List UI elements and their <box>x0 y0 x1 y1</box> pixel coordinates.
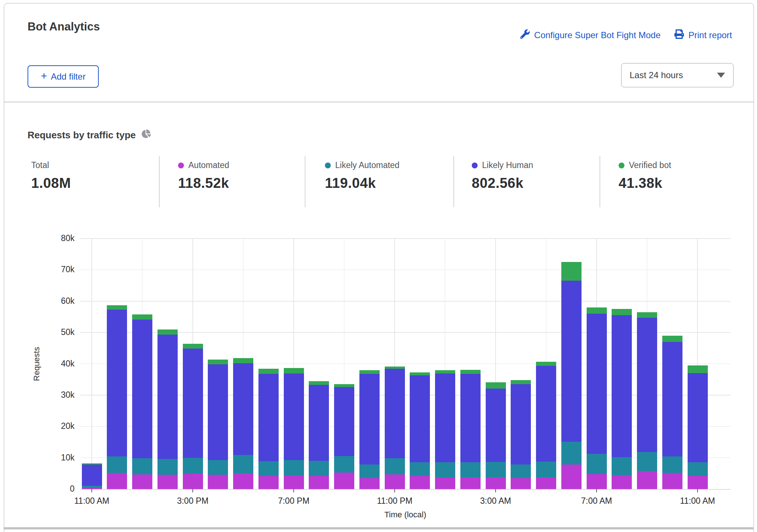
gridline-h <box>80 301 731 302</box>
requests-by-traffic-type-chart: 010k20k30k40k50k60k70k80k11:00 AM3:00 PM… <box>0 0 757 532</box>
gridline-h <box>80 238 731 239</box>
bar-segment-likely-automated <box>688 462 708 476</box>
bar-segment-verified-bot <box>132 314 152 320</box>
bar-segment-verified-bot <box>460 370 481 374</box>
bar-segment-automated <box>486 477 506 489</box>
bar-segment-likely-human <box>662 342 682 456</box>
bar-segment-likely-human <box>208 364 228 460</box>
bar-segment-automated <box>385 474 405 489</box>
y-axis-tick-label: 40k <box>40 359 75 369</box>
next-card-edge <box>4 527 753 529</box>
bar-segment-likely-human <box>435 374 455 462</box>
bar-segment-likely-automated <box>435 462 455 478</box>
bar-segment-automated <box>637 471 657 489</box>
bar-segment-likely-automated <box>662 456 682 473</box>
bar-segment-likely-automated <box>612 457 632 475</box>
bar-segment-automated <box>410 476 430 489</box>
bar-segment-likely-human <box>157 335 178 459</box>
bar-segment-likely-automated <box>107 456 127 473</box>
x-axis-tick-label: 11:00 PM <box>362 496 428 506</box>
bar-segment-verified-bot <box>662 336 682 342</box>
bar-segment-likely-automated <box>258 461 279 476</box>
y-axis-tick-label: 30k <box>40 390 75 400</box>
bar-segment-likely-automated <box>284 460 304 475</box>
bar-segment-verified-bot <box>157 329 178 335</box>
y-axis-tick-label: 0 <box>40 484 75 494</box>
stat-divider <box>159 156 160 207</box>
x-axis-line <box>80 489 731 490</box>
bar-segment-likely-human <box>284 374 304 460</box>
bar-segment-automated <box>460 477 481 489</box>
bar-segment-automated <box>157 475 178 489</box>
bar-segment-automated <box>612 475 632 489</box>
bar-segment-automated <box>662 473 682 489</box>
bar-segment-likely-human <box>486 389 506 462</box>
x-axis-tick-label: 7:00 PM <box>261 496 327 506</box>
bar-segment-likely-human <box>612 315 632 457</box>
bar-segment-likely-automated <box>637 452 657 471</box>
bar-segment-likely-automated <box>385 458 405 474</box>
bar-segment-automated <box>435 478 455 489</box>
bar-segment-verified-bot <box>435 370 455 374</box>
x-axis-title: Time (local) <box>80 510 731 520</box>
stat-divider <box>600 156 600 207</box>
bar-segment-likely-automated <box>486 462 506 478</box>
bar-segment-likely-human <box>460 374 481 462</box>
bar-segment-verified-bot <box>587 307 607 314</box>
y-axis-tick-label: 70k <box>40 265 75 274</box>
bar-segment-automated <box>208 475 228 489</box>
x-axis-tick-mark <box>394 489 395 492</box>
bar-segment-automated <box>309 476 329 489</box>
bar-segment-automated <box>132 474 152 489</box>
bar-segment-likely-human <box>334 387 354 456</box>
bar-segment-likely-human <box>536 366 556 461</box>
bar-segment-likely-human <box>183 349 203 458</box>
bar-segment-verified-bot <box>536 362 556 366</box>
y-axis-tick-label: 60k <box>40 296 75 306</box>
bar-segment-automated <box>233 473 253 489</box>
bar-segment-likely-human <box>511 384 531 464</box>
bar-segment-verified-bot <box>183 344 203 349</box>
x-axis-tick-label: 3:00 AM <box>463 496 529 506</box>
bar-segment-automated <box>511 478 531 489</box>
x-axis-tick-mark <box>596 489 597 492</box>
bar-segment-likely-automated <box>511 464 531 478</box>
stat-divider <box>453 156 454 207</box>
bar-segment-verified-bot <box>107 305 127 310</box>
bar-segment-likely-automated <box>233 455 253 473</box>
y-axis-tick-label: 80k <box>40 233 75 243</box>
bar-segment-likely-human <box>132 320 152 458</box>
bar-segment-likely-human <box>587 314 607 454</box>
bar-segment-verified-bot <box>208 360 228 364</box>
bar-segment-likely-human <box>688 373 708 462</box>
gridline-h <box>80 270 731 270</box>
bar-segment-automated <box>183 474 203 489</box>
bar-segment-verified-bot <box>309 381 329 385</box>
y-axis-tick-label: 50k <box>40 327 75 337</box>
bar-segment-verified-bot <box>82 463 102 464</box>
bar-segment-likely-automated <box>157 459 178 475</box>
y-axis-tick-label: 20k <box>40 421 75 431</box>
bar-segment-verified-bot <box>359 370 380 374</box>
bar-segment-automated <box>359 478 380 489</box>
x-axis-tick-label: 11:00 AM <box>664 496 731 506</box>
bar-segment-verified-bot <box>284 368 304 374</box>
bar-segment-verified-bot <box>688 365 708 373</box>
bar-segment-likely-human <box>82 464 102 486</box>
gridline-h <box>80 395 731 396</box>
bar-segment-likely-automated <box>359 464 380 478</box>
bar-segment-likely-automated <box>536 462 556 477</box>
x-axis-tick-mark <box>192 489 193 492</box>
bar-segment-likely-automated <box>82 486 102 488</box>
bar-segment-likely-human <box>309 385 329 461</box>
bar-segment-verified-bot <box>410 372 430 376</box>
bar-segment-likely-automated <box>132 458 152 474</box>
bar-segment-verified-bot <box>612 309 632 315</box>
bar-segment-likely-human <box>385 369 405 458</box>
bar-segment-verified-bot <box>637 312 657 318</box>
gridline-h <box>80 458 731 458</box>
gridline-h <box>80 332 731 333</box>
bar-segment-verified-bot <box>511 380 531 384</box>
x-axis-tick-label: 3:00 PM <box>160 496 226 506</box>
bar-segment-likely-human <box>258 374 279 461</box>
